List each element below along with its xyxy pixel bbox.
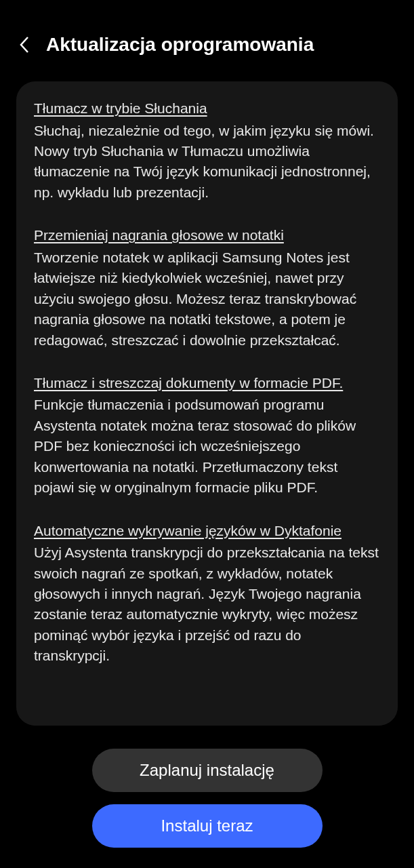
changelog-content[interactable]: Tłumacz w trybie Słuchania Słuchaj, niez… (16, 81, 398, 726)
section-body: Użyj Asystenta transkrypcji do przekszta… (34, 542, 380, 667)
changelog-section: Automatyczne wykrywanie języków w Dyktaf… (34, 520, 380, 667)
back-icon[interactable] (16, 37, 33, 53)
section-body: Słuchaj, niezależnie od tego, w jakim ję… (34, 121, 380, 203)
section-heading: Automatyczne wykrywanie języków w Dyktaf… (34, 520, 380, 542)
header: Aktualizacja oprogramowania (0, 0, 414, 69)
section-heading: Tłumacz i streszczaj dokumenty w formaci… (34, 372, 380, 394)
footer: Zaplanuj instalację Instaluj teraz (0, 749, 414, 848)
changelog-section: Przemieniaj nagrania głosowe w notatki T… (34, 224, 380, 351)
changelog-section: Tłumacz w trybie Słuchania Słuchaj, niez… (34, 98, 380, 203)
install-now-button[interactable]: Instaluj teraz (92, 804, 323, 848)
section-body: Tworzenie notatek w aplikacji Samsung No… (34, 248, 380, 351)
section-heading: Tłumacz w trybie Słuchania (34, 98, 380, 119)
schedule-install-button[interactable]: Zaplanuj instalację (92, 749, 323, 792)
changelog-section: Tłumacz i streszczaj dokumenty w formaci… (34, 372, 380, 498)
page-title: Aktualizacja oprogramowania (46, 34, 314, 56)
section-body: Funkcje tłumaczenia i podsumowań program… (34, 395, 380, 498)
section-heading: Przemieniaj nagrania głosowe w notatki (34, 224, 380, 246)
